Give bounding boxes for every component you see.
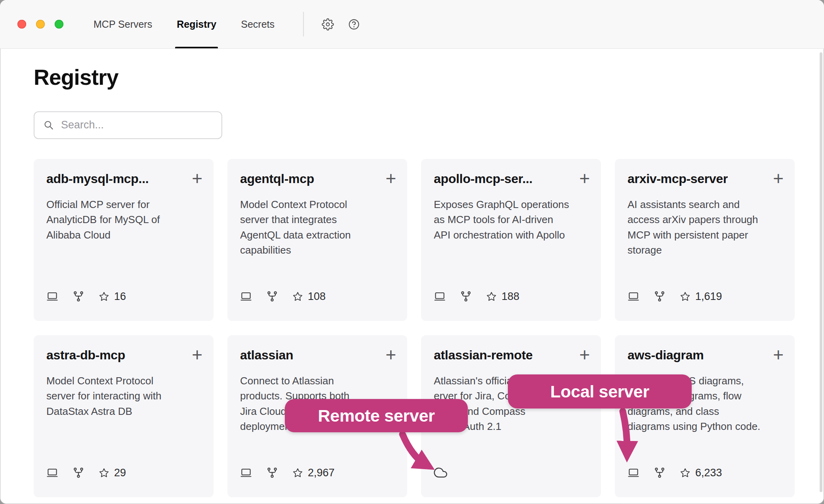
toolbar-divider [303, 12, 304, 36]
star-icon [292, 291, 303, 302]
star-count: 1,619 [695, 290, 722, 303]
window-controls [17, 0, 63, 48]
minimize-window-button[interactable] [36, 20, 45, 29]
star-rating: 16 [99, 290, 126, 303]
star-icon [680, 468, 690, 478]
server-card-aws-diagram: aws-diagram + Generate AWS diagrams, seq… [615, 335, 795, 497]
server-card-astra-db-mcp: astra-db-mcp + Model Context Protocol se… [34, 335, 214, 497]
star-count: 2,967 [308, 467, 335, 479]
server-card-arxiv-mcp-server: arxiv-mcp-server + AI assistants search … [615, 159, 795, 321]
scrollbar[interactable] [820, 52, 822, 492]
main-tabs: MCP Servers Registry Secrets [92, 0, 298, 48]
fork-icon [654, 290, 666, 302]
add-server-button[interactable]: + [773, 346, 784, 364]
laptop-icon [628, 290, 639, 302]
server-name: agentql-mcp [240, 172, 314, 186]
star-rating: 29 [99, 467, 126, 479]
close-window-button[interactable] [17, 20, 26, 29]
star-icon [292, 468, 303, 478]
server-name: aws-diagram [628, 348, 704, 363]
add-server-button[interactable]: + [385, 346, 396, 364]
add-server-button[interactable]: + [579, 346, 590, 364]
laptop-icon [46, 467, 58, 479]
server-description: Model Context Protocol server that integ… [240, 197, 395, 258]
server-description: Generate AWS diagrams, sequence diagrams… [628, 373, 782, 434]
add-server-button[interactable]: + [192, 169, 202, 187]
settings-gear-icon [322, 18, 334, 31]
star-icon [99, 291, 109, 302]
server-description: Atlassian's official MCP s erver for Jir… [434, 373, 588, 434]
laptop-icon [240, 467, 252, 479]
server-card-apollo-mcp-server: apollo-mcp-ser... + Exposes GraphQL oper… [421, 159, 601, 321]
page-title: Registry [34, 65, 795, 90]
settings-button[interactable] [318, 15, 337, 34]
fork-icon [654, 467, 666, 479]
server-description: Exposes GraphQL operations as MCP tools … [434, 197, 588, 242]
star-icon [99, 468, 109, 478]
star-icon [486, 291, 497, 302]
star-rating: 6,233 [680, 467, 722, 479]
server-name: astra-db-mcp [46, 348, 125, 363]
server-name: adb-mysql-mcp... [46, 172, 149, 186]
star-rating: 1,619 [680, 290, 722, 303]
star-count: 188 [502, 290, 519, 303]
laptop-icon [46, 290, 58, 302]
server-card-agentql-mcp: agentql-mcp + Model Context Protocol ser… [227, 159, 407, 321]
server-description: Model Context Protocol server for intera… [46, 373, 201, 419]
server-description: Connect to Atlassian products. Supports … [240, 373, 395, 434]
server-description: Official MCP server for AnalyticDB for M… [46, 197, 201, 242]
star-count: 16 [114, 290, 126, 303]
fork-icon [72, 290, 84, 302]
add-server-button[interactable]: + [579, 169, 590, 187]
star-rating: 108 [292, 290, 326, 303]
star-icon [680, 291, 690, 302]
help-button[interactable] [344, 15, 363, 34]
star-rating: 188 [486, 290, 519, 303]
cloud-icon [434, 466, 447, 479]
server-name: atlassian [240, 348, 293, 363]
search-box[interactable] [34, 111, 222, 139]
app-window: MCP Servers Registry Secrets Registry ad… [0, 0, 824, 504]
star-count: 6,233 [695, 467, 722, 479]
tab-registry[interactable]: Registry [175, 0, 218, 48]
server-description: AI assistants search and access arXiv pa… [628, 197, 782, 258]
server-card-adb-mysql-mcp: adb-mysql-mcp... + Official MCP server f… [34, 159, 214, 321]
tab-secrets[interactable]: Secrets [239, 0, 276, 48]
laptop-icon [240, 290, 252, 302]
zoom-window-button[interactable] [55, 20, 63, 29]
laptop-icon [628, 467, 639, 479]
fork-icon [460, 290, 472, 302]
add-server-button[interactable]: + [192, 346, 202, 364]
server-card-atlassian: atlassian + Connect to Atlassian product… [227, 335, 407, 497]
laptop-icon [434, 290, 446, 302]
star-rating: 2,967 [292, 467, 335, 479]
search-icon [43, 120, 54, 130]
fork-icon [266, 467, 278, 479]
registry-page: Registry adb-mysql-mcp... + Official MCP… [0, 65, 824, 497]
fork-icon [72, 467, 84, 479]
add-server-button[interactable]: + [385, 169, 396, 187]
server-card-grid: adb-mysql-mcp... + Official MCP server f… [34, 159, 795, 497]
server-name: atlassian-remote [434, 348, 533, 363]
star-count: 108 [308, 290, 326, 303]
help-icon [348, 18, 360, 31]
toolbar: MCP Servers Registry Secrets [0, 0, 824, 49]
tab-mcp-servers[interactable]: MCP Servers [92, 0, 154, 48]
star-count: 29 [114, 467, 126, 479]
add-server-button[interactable]: + [773, 169, 784, 187]
server-card-atlassian-remote: atlassian-remote + Atlassian's official … [421, 335, 601, 497]
search-input[interactable] [60, 118, 213, 132]
server-name: apollo-mcp-ser... [434, 172, 532, 186]
fork-icon [266, 290, 278, 302]
server-name: arxiv-mcp-server [628, 172, 728, 186]
